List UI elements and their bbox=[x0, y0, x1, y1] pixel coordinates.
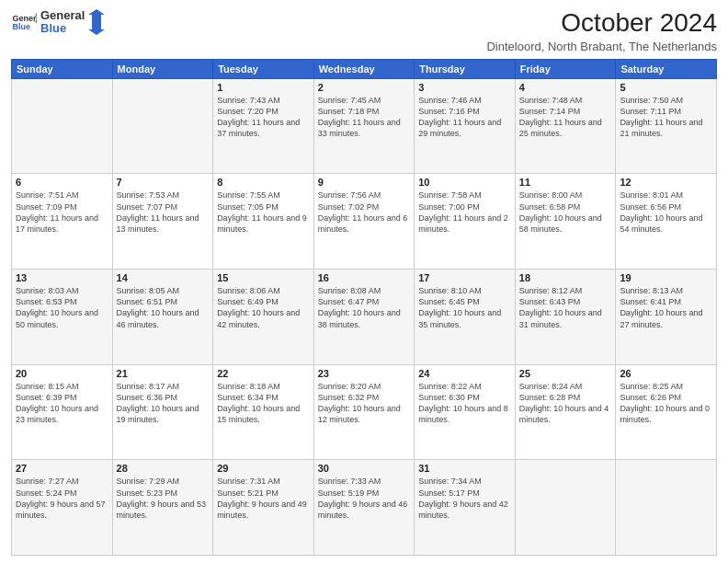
day-info: Sunrise: 7:29 AMSunset: 5:23 PMDaylight:… bbox=[117, 476, 210, 521]
day-number: 29 bbox=[217, 463, 310, 474]
table-row: 23Sunrise: 8:20 AMSunset: 6:32 PMDayligh… bbox=[313, 364, 415, 460]
day-info: Sunrise: 7:58 AMSunset: 7:00 PMDaylight:… bbox=[418, 190, 511, 235]
table-row: 28Sunrise: 7:29 AMSunset: 5:23 PMDayligh… bbox=[112, 460, 213, 556]
day-info: Sunrise: 7:50 AMSunset: 7:11 PMDaylight:… bbox=[620, 95, 712, 140]
table-row: 12Sunrise: 8:01 AMSunset: 6:56 PMDayligh… bbox=[616, 174, 717, 270]
calendar-week-row: 27Sunrise: 7:27 AMSunset: 5:24 PMDayligh… bbox=[12, 460, 717, 556]
day-info: Sunrise: 8:18 AMSunset: 6:34 PMDaylight:… bbox=[217, 381, 310, 426]
logo: General Blue General Blue bbox=[11, 9, 105, 36]
day-number: 9 bbox=[318, 177, 411, 188]
day-info: Sunrise: 7:56 AMSunset: 7:02 PMDaylight:… bbox=[318, 190, 411, 235]
day-info: Sunrise: 8:12 AMSunset: 6:43 PMDaylight:… bbox=[519, 285, 612, 330]
day-info: Sunrise: 8:15 AMSunset: 6:39 PMDaylight:… bbox=[16, 381, 108, 426]
table-row: 2Sunrise: 7:45 AMSunset: 7:18 PMDaylight… bbox=[313, 78, 415, 174]
table-row: 31Sunrise: 7:34 AMSunset: 5:17 PMDayligh… bbox=[415, 460, 516, 556]
table-row bbox=[515, 460, 616, 556]
day-info: Sunrise: 7:27 AMSunset: 5:24 PMDaylight:… bbox=[16, 476, 108, 521]
day-number: 25 bbox=[519, 368, 612, 379]
day-number: 5 bbox=[620, 82, 712, 93]
day-info: Sunrise: 8:22 AMSunset: 6:30 PMDaylight:… bbox=[418, 381, 511, 426]
day-number: 28 bbox=[117, 463, 210, 474]
table-row bbox=[616, 460, 717, 556]
table-row bbox=[112, 78, 213, 174]
day-info: Sunrise: 8:20 AMSunset: 6:32 PMDaylight:… bbox=[318, 381, 411, 426]
col-monday: Monday bbox=[112, 59, 213, 78]
table-row: 4Sunrise: 7:48 AMSunset: 7:14 PMDaylight… bbox=[515, 78, 616, 174]
table-row: 5Sunrise: 7:50 AMSunset: 7:11 PMDaylight… bbox=[616, 78, 717, 174]
table-row: 15Sunrise: 8:06 AMSunset: 6:49 PMDayligh… bbox=[213, 270, 314, 365]
day-number: 10 bbox=[418, 177, 511, 188]
calendar-week-row: 13Sunrise: 8:03 AMSunset: 6:53 PMDayligh… bbox=[12, 270, 717, 365]
day-info: Sunrise: 7:46 AMSunset: 7:16 PMDaylight:… bbox=[418, 95, 511, 140]
day-number: 6 bbox=[16, 177, 108, 188]
day-info: Sunrise: 8:13 AMSunset: 6:41 PMDaylight:… bbox=[620, 285, 712, 330]
day-number: 8 bbox=[217, 177, 310, 188]
day-number: 20 bbox=[16, 368, 108, 379]
table-row: 1Sunrise: 7:43 AMSunset: 7:20 PMDaylight… bbox=[213, 78, 314, 174]
day-number: 1 bbox=[217, 82, 310, 93]
title-block: October 2024 Dinteloord, North Brabant, … bbox=[486, 9, 717, 53]
day-number: 31 bbox=[418, 463, 511, 474]
day-info: Sunrise: 7:55 AMSunset: 7:05 PMDaylight:… bbox=[217, 190, 310, 235]
col-wednesday: Wednesday bbox=[313, 59, 415, 78]
table-row: 18Sunrise: 8:12 AMSunset: 6:43 PMDayligh… bbox=[515, 270, 616, 365]
day-number: 18 bbox=[519, 272, 612, 283]
svg-text:Blue: Blue bbox=[12, 23, 30, 32]
day-number: 27 bbox=[16, 463, 108, 474]
logo-flag-icon bbox=[88, 9, 105, 35]
table-row: 22Sunrise: 8:18 AMSunset: 6:34 PMDayligh… bbox=[213, 364, 314, 460]
table-row: 8Sunrise: 7:55 AMSunset: 7:05 PMDaylight… bbox=[213, 174, 314, 270]
calendar-week-row: 1Sunrise: 7:43 AMSunset: 7:20 PMDaylight… bbox=[12, 78, 717, 174]
table-row: 26Sunrise: 8:25 AMSunset: 6:26 PMDayligh… bbox=[616, 364, 717, 460]
table-row: 19Sunrise: 8:13 AMSunset: 6:41 PMDayligh… bbox=[616, 270, 717, 365]
col-friday: Friday bbox=[515, 59, 616, 78]
col-tuesday: Tuesday bbox=[213, 59, 314, 78]
day-number: 21 bbox=[117, 368, 210, 379]
day-info: Sunrise: 8:25 AMSunset: 6:26 PMDaylight:… bbox=[620, 381, 712, 426]
day-number: 30 bbox=[318, 463, 411, 474]
day-info: Sunrise: 7:34 AMSunset: 5:17 PMDaylight:… bbox=[418, 476, 511, 521]
svg-text:General: General bbox=[12, 14, 37, 23]
day-number: 3 bbox=[418, 82, 511, 93]
table-row: 21Sunrise: 8:17 AMSunset: 6:36 PMDayligh… bbox=[112, 364, 213, 460]
calendar-header-row: Sunday Monday Tuesday Wednesday Thursday… bbox=[12, 59, 717, 78]
day-number: 12 bbox=[620, 177, 712, 188]
month-title: October 2024 bbox=[486, 9, 717, 38]
day-info: Sunrise: 8:08 AMSunset: 6:47 PMDaylight:… bbox=[318, 285, 411, 330]
calendar-week-row: 20Sunrise: 8:15 AMSunset: 6:39 PMDayligh… bbox=[12, 364, 717, 460]
day-info: Sunrise: 8:10 AMSunset: 6:45 PMDaylight:… bbox=[418, 285, 511, 330]
table-row: 14Sunrise: 8:05 AMSunset: 6:51 PMDayligh… bbox=[112, 270, 213, 365]
day-number: 11 bbox=[519, 177, 612, 188]
header: General Blue General Blue October 2024 D… bbox=[11, 9, 717, 53]
table-row: 11Sunrise: 8:00 AMSunset: 6:58 PMDayligh… bbox=[515, 174, 616, 270]
col-saturday: Saturday bbox=[616, 59, 717, 78]
col-sunday: Sunday bbox=[12, 59, 113, 78]
day-number: 19 bbox=[620, 272, 712, 283]
logo-blue: Blue bbox=[40, 22, 85, 35]
table-row: 24Sunrise: 8:22 AMSunset: 6:30 PMDayligh… bbox=[415, 364, 516, 460]
day-info: Sunrise: 8:01 AMSunset: 6:56 PMDaylight:… bbox=[620, 190, 712, 235]
day-number: 24 bbox=[418, 368, 511, 379]
table-row: 27Sunrise: 7:27 AMSunset: 5:24 PMDayligh… bbox=[12, 460, 113, 556]
day-info: Sunrise: 8:05 AMSunset: 6:51 PMDaylight:… bbox=[117, 285, 210, 330]
day-number: 4 bbox=[519, 82, 612, 93]
day-info: Sunrise: 8:03 AMSunset: 6:53 PMDaylight:… bbox=[16, 285, 108, 330]
day-number: 15 bbox=[217, 272, 310, 283]
day-info: Sunrise: 7:45 AMSunset: 7:18 PMDaylight:… bbox=[318, 95, 411, 140]
table-row bbox=[12, 78, 113, 174]
page-container: General Blue General Blue October 2024 D… bbox=[0, 0, 728, 563]
day-number: 23 bbox=[318, 368, 411, 379]
day-number: 7 bbox=[117, 177, 210, 188]
day-number: 2 bbox=[318, 82, 411, 93]
svg-marker-3 bbox=[88, 9, 105, 35]
day-number: 13 bbox=[16, 272, 108, 283]
day-info: Sunrise: 7:31 AMSunset: 5:21 PMDaylight:… bbox=[217, 476, 310, 521]
day-info: Sunrise: 7:51 AMSunset: 7:09 PMDaylight:… bbox=[16, 190, 108, 235]
day-info: Sunrise: 7:48 AMSunset: 7:14 PMDaylight:… bbox=[519, 95, 612, 140]
table-row: 10Sunrise: 7:58 AMSunset: 7:00 PMDayligh… bbox=[415, 174, 516, 270]
calendar-table: Sunday Monday Tuesday Wednesday Thursday… bbox=[11, 59, 717, 556]
day-info: Sunrise: 7:53 AMSunset: 7:07 PMDaylight:… bbox=[117, 190, 210, 235]
day-info: Sunrise: 7:33 AMSunset: 5:19 PMDaylight:… bbox=[318, 476, 411, 521]
logo-general: General bbox=[40, 9, 85, 22]
day-info: Sunrise: 8:17 AMSunset: 6:36 PMDaylight:… bbox=[117, 381, 210, 426]
